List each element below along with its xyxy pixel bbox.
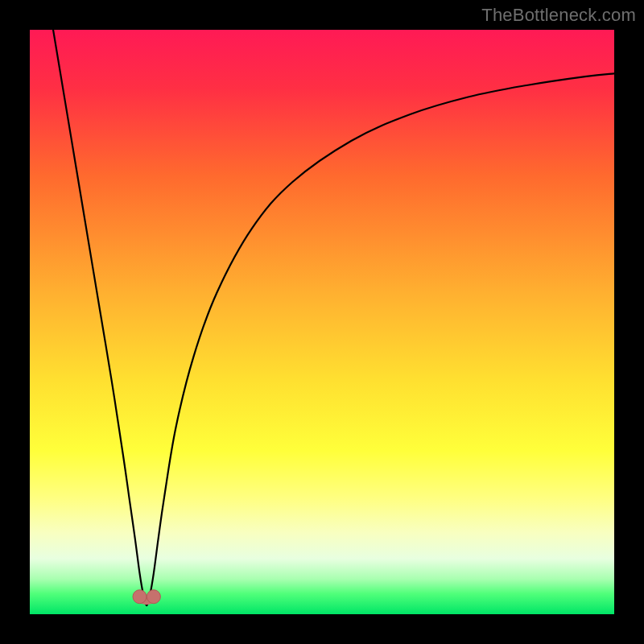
chart-frame: TheBottleneck.com [0, 0, 644, 644]
watermark-text: TheBottleneck.com [481, 5, 636, 26]
data-point-1 [147, 590, 160, 604]
plot-area [30, 30, 614, 614]
data-point-0 [133, 590, 147, 604]
data-points [30, 30, 614, 614]
